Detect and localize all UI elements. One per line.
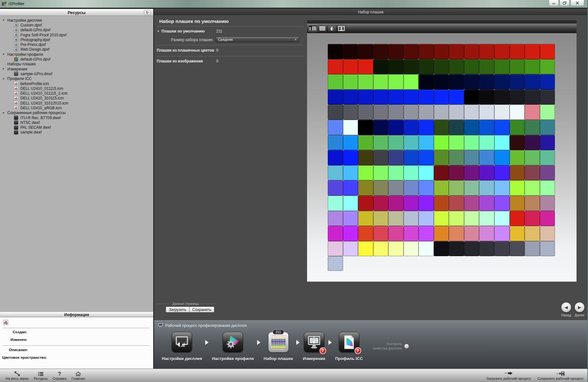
color-patch[interactable]: [540, 211, 555, 226]
color-patch[interactable]: [404, 59, 419, 75]
color-patch[interactable]: [494, 44, 510, 59]
color-patch[interactable]: [343, 241, 358, 256]
color-patch[interactable]: [343, 211, 358, 226]
color-patch[interactable]: [419, 120, 434, 135]
color-patch[interactable]: [434, 90, 449, 105]
tree-item[interactable]: Photography.dpxf: [0, 37, 153, 42]
color-patch[interactable]: [358, 196, 373, 211]
color-patch[interactable]: [404, 135, 419, 150]
minimize-button[interactable]: [549, 0, 559, 6]
color-patch[interactable]: [373, 59, 389, 75]
color-patch[interactable]: [343, 135, 358, 150]
tree-item[interactable]: DELL U2410_011115_2.icm: [0, 91, 153, 96]
color-patch[interactable]: [328, 241, 343, 256]
color-patch[interactable]: [388, 180, 404, 196]
color-patch[interactable]: [449, 150, 464, 165]
color-patch[interactable]: [419, 105, 434, 120]
color-patch[interactable]: [525, 59, 540, 75]
color-patch[interactable]: [343, 165, 358, 181]
color-patch[interactable]: [373, 180, 389, 196]
color-patch[interactable]: [479, 59, 494, 75]
refresh-button[interactable]: ↻: [144, 10, 151, 15]
color-patch[interactable]: [449, 120, 464, 135]
color-patch[interactable]: [358, 180, 373, 196]
load-page-data-button[interactable]: Загрузить: [166, 306, 190, 313]
color-patch[interactable]: [479, 74, 494, 90]
color-patch[interactable]: [328, 180, 343, 196]
tree-item[interactable]: Web Design.dpxf: [0, 47, 153, 52]
color-patch[interactable]: [343, 180, 358, 196]
tree-item[interactable]: default-i1Pro.dpsf: [0, 57, 153, 61]
color-patch[interactable]: [494, 120, 510, 135]
color-patch[interactable]: [494, 150, 510, 165]
color-patch[interactable]: [358, 74, 373, 90]
color-patch[interactable]: [419, 226, 434, 241]
collapse-triangle-icon[interactable]: ▼: [2, 77, 7, 80]
color-patch[interactable]: [479, 196, 494, 211]
color-patch[interactable]: [525, 90, 540, 105]
color-patch[interactable]: [540, 150, 555, 165]
color-patch[interactable]: [510, 196, 525, 211]
color-patch[interactable]: [510, 120, 525, 135]
color-patch[interactable]: [434, 180, 449, 196]
color-patch[interactable]: [449, 241, 464, 256]
color-patch[interactable]: [464, 165, 479, 181]
color-patch[interactable]: [373, 135, 389, 150]
color-patch[interactable]: [358, 59, 373, 75]
color-patch[interactable]: [343, 150, 358, 165]
color-patch[interactable]: [525, 74, 540, 90]
color-patch[interactable]: [358, 90, 373, 105]
color-patch[interactable]: [479, 180, 494, 196]
collapse-triangle-icon[interactable]: ▼: [157, 30, 160, 33]
color-patch[interactable]: [510, 44, 525, 59]
workflow-step-icc[interactable]: ?Профиль ICC: [332, 332, 366, 361]
color-patch[interactable]: [419, 196, 434, 211]
color-patch[interactable]: [388, 165, 404, 181]
color-patch[interactable]: [525, 196, 540, 211]
patch-set-size-select[interactable]: Средняя ▼: [216, 37, 299, 42]
color-patch[interactable]: [358, 211, 373, 226]
tree-item[interactable]: DELL U2410_31012015.icm: [0, 101, 153, 105]
color-patch[interactable]: [373, 241, 389, 256]
color-patch[interactable]: [479, 165, 494, 181]
color-patch[interactable]: [510, 211, 525, 226]
color-patch[interactable]: [358, 150, 373, 165]
color-patch[interactable]: [525, 226, 540, 241]
color-patch[interactable]: [419, 211, 434, 226]
collapse-triangle-icon[interactable]: ▼: [2, 53, 7, 56]
color-patch[interactable]: [404, 150, 419, 165]
color-patch[interactable]: [449, 90, 464, 105]
color-patch[interactable]: [388, 44, 404, 59]
color-patch[interactable]: [510, 226, 525, 241]
tree-item[interactable]: Pre-Press.dpxf: [0, 42, 153, 47]
color-patch[interactable]: [404, 226, 419, 241]
toolbar-item-list[interactable]: Ресурсы: [34, 371, 47, 380]
color-patch[interactable]: [464, 120, 479, 135]
color-patch[interactable]: [540, 241, 555, 256]
qc-arrow-button[interactable]: →: [404, 344, 409, 349]
color-patch[interactable]: [540, 135, 555, 150]
color-patch[interactable]: [464, 241, 479, 256]
color-patch[interactable]: [328, 256, 343, 271]
color-patch[interactable]: [449, 44, 464, 59]
color-patch[interactable]: [373, 211, 389, 226]
color-patch[interactable]: [328, 74, 343, 90]
color-patch[interactable]: [510, 180, 525, 196]
color-patch[interactable]: [510, 105, 525, 120]
color-patch[interactable]: [388, 120, 404, 135]
color-patch[interactable]: [525, 120, 540, 135]
color-patch[interactable]: [464, 226, 479, 241]
color-patch[interactable]: [373, 90, 389, 105]
tree-group[interactable]: ▼Профили ICC: [0, 76, 153, 81]
color-patch[interactable]: [449, 74, 464, 90]
grid-view-button[interactable]: [318, 25, 327, 32]
color-patch[interactable]: [464, 211, 479, 226]
color-patch[interactable]: [343, 120, 358, 135]
color-patch[interactable]: [343, 226, 358, 241]
color-patch[interactable]: [434, 196, 449, 211]
color-patch[interactable]: [388, 241, 404, 256]
display-qc-link[interactable]: Контролькачества дисплея→: [373, 342, 409, 351]
color-patch[interactable]: [434, 226, 449, 241]
color-patch[interactable]: [494, 165, 510, 181]
tree-group[interactable]: ▼Измерения: [0, 67, 153, 71]
